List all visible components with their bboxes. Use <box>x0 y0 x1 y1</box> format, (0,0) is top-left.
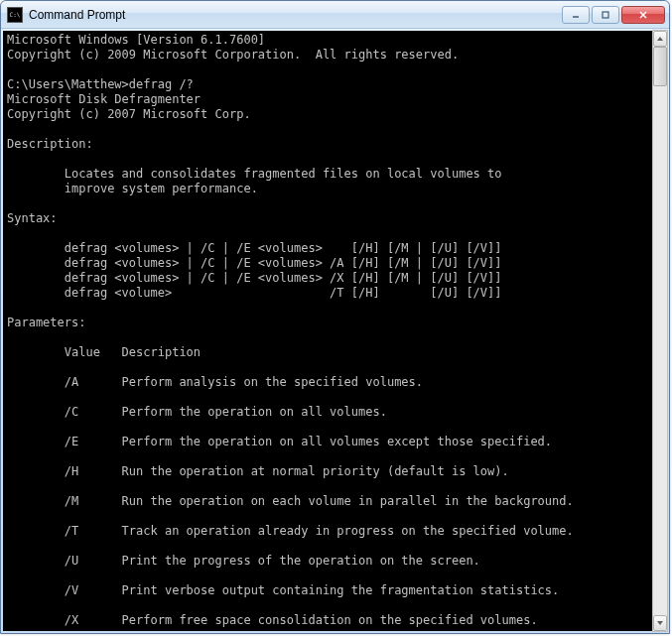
out-line: Parameters: <box>7 316 85 329</box>
out-line: Description: <box>7 137 93 151</box>
out-line: defrag <volumes> | /C | /E <volumes> [/H… <box>7 241 502 255</box>
svg-marker-4 <box>657 37 663 41</box>
out-line: defrag <volumes> | /C | /E <volumes> /X … <box>7 271 502 285</box>
svg-rect-1 <box>603 12 608 18</box>
out-line: /E Perform the operation on all volumes … <box>7 435 552 448</box>
terminal-output[interactable]: Microsoft Windows [Version 6.1.7600] Cop… <box>3 31 667 631</box>
close-button[interactable] <box>621 6 665 24</box>
vertical-scrollbar[interactable] <box>652 30 668 632</box>
out-line: Copyright (c) 2009 Microsoft Corporation… <box>7 48 459 62</box>
scroll-down-button[interactable] <box>653 615 667 631</box>
out-line: /A Perform analysis on the specified vol… <box>7 375 423 389</box>
out-line: /H Run the operation at normal priority … <box>7 464 509 478</box>
minimize-button[interactable] <box>562 6 590 24</box>
scroll-track[interactable] <box>653 47 667 615</box>
scroll-up-button[interactable] <box>653 31 667 47</box>
out-line: defrag <volumes> | /C | /E <volumes> /A … <box>7 256 502 270</box>
out-line: Locates and consolidates fragmented file… <box>7 167 502 181</box>
cmd-icon <box>7 7 23 23</box>
titlebar[interactable]: Command Prompt <box>1 1 669 29</box>
out-line: /U Print the progress of the operation o… <box>7 554 480 568</box>
out-line: /V Print verbose output containing the f… <box>7 583 559 597</box>
out-line: Microsoft Disk Defragmenter <box>7 92 201 106</box>
out-line: /T Track an operation already in progres… <box>7 524 574 538</box>
out-line: Value Description <box>7 345 201 359</box>
out-line: improve system performance. <box>7 182 258 195</box>
out-line: Syntax: <box>7 211 58 225</box>
window-title: Command Prompt <box>29 8 562 22</box>
window-frame: Command Prompt Microsoft Windows [Versio… <box>0 0 670 634</box>
out-line: defrag <volume> /T [/H] [/U] [/V]] <box>7 286 502 300</box>
out-line: /X Perform free space consolidation on t… <box>7 613 538 627</box>
svg-marker-5 <box>657 621 663 625</box>
scroll-thumb[interactable] <box>653 47 667 86</box>
maximize-button[interactable] <box>592 6 619 24</box>
out-line: Microsoft Windows [Version 6.1.7600] <box>7 33 265 47</box>
out-line: C:\Users\Matthew>defrag /? <box>7 77 194 91</box>
window-buttons <box>562 6 665 24</box>
out-line: /C Perform the operation on all volumes. <box>7 405 387 419</box>
out-line: /M Run the operation on each volume in p… <box>7 494 574 508</box>
out-line: Copyright (c) 2007 Microsoft Corp. <box>7 107 251 121</box>
